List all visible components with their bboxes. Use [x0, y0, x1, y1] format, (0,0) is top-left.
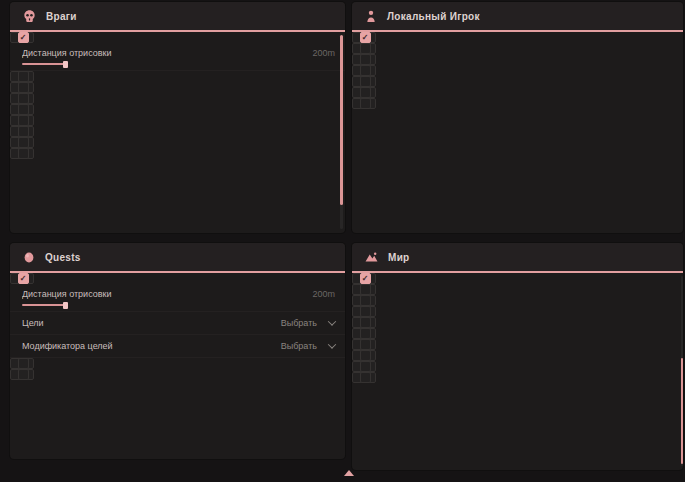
setting-row: Показывать маркер попадания [352, 54, 376, 65]
setting-label: Дистанция отрисовки [22, 289, 112, 299]
setting-row: Показать зоны снайперов [352, 361, 376, 372]
setting-row: Смена атмосферы солнца [352, 295, 376, 306]
panel-title: Враги [46, 11, 77, 22]
panel-title: Локальный Игрок [387, 11, 480, 22]
panel-header[interactable]: Quests [10, 243, 345, 273]
setting-label: Дистанция отрисовки [22, 48, 112, 58]
scrollbar[interactable] [340, 35, 343, 229]
checkbox[interactable] [18, 148, 29, 159]
setting-row: Изменение воздуха [352, 306, 376, 317]
checkbox[interactable] [360, 361, 371, 372]
panel-quests: Quests Включить✓Дистанция отрисовки200mЦ… [10, 243, 345, 459]
checkbox[interactable] [360, 76, 371, 87]
mountain-icon [364, 250, 379, 264]
checkbox[interactable] [18, 369, 29, 380]
checkbox[interactable]: ✓ [360, 32, 371, 43]
setting-row: Включить✓ [352, 32, 376, 43]
setting-row: Показывать прицел [352, 87, 376, 98]
checkbox[interactable] [18, 358, 29, 369]
checkbox[interactable] [18, 71, 29, 82]
setting-row: Линия обзора [10, 137, 34, 148]
quest-icon [22, 250, 36, 265]
setting-row: Модификатора целейВыбрать [10, 335, 345, 358]
setting-label: Модификатора целей [22, 341, 113, 351]
setting-value: 200m [312, 289, 335, 299]
setting-row: Показывать информацию об оружии [352, 76, 376, 87]
setting-row: Полоска здоровья [10, 104, 34, 115]
scrollbar-thumb[interactable] [340, 35, 343, 205]
setting-row: Звук попадания [352, 98, 376, 109]
panel-title: Мир [388, 252, 410, 263]
checkbox[interactable]: ✓ [360, 273, 371, 284]
checkbox[interactable] [360, 350, 371, 361]
setting-row: Источник света [352, 284, 376, 295]
setting-row: Показывать следы пуль [10, 148, 34, 159]
checkbox[interactable] [360, 339, 371, 350]
dropdown-value: Выбрать [281, 341, 317, 351]
setting-row: Чамс [352, 43, 376, 54]
setting-row: Скелет [10, 126, 34, 137]
mod-menu-overlay: Враги Включить✓Дистанция отрисовки200mСт… [0, 0, 685, 482]
slider-thumb[interactable] [63, 61, 68, 68]
setting-row: Показать точки выхода [352, 372, 376, 383]
checkbox[interactable]: ✓ [18, 273, 29, 284]
scrollbar-thumb[interactable] [681, 358, 683, 464]
checkbox[interactable] [360, 284, 371, 295]
scroll-indicator-triangle[interactable] [344, 470, 354, 476]
setting-row: ЦелиВыбрать [10, 312, 345, 335]
setting-row: Показывать предметы заданий [10, 369, 34, 380]
setting-row: Дистанция отрисовки200m [10, 43, 345, 71]
checkbox[interactable] [360, 87, 371, 98]
panel-enemies: Враги Включить✓Дистанция отрисовки200mСт… [10, 2, 345, 233]
slider-fill [22, 304, 64, 306]
checkbox[interactable] [360, 43, 371, 54]
setting-row: Контроллер погоды [352, 317, 376, 328]
checkbox[interactable]: ✓ [18, 32, 29, 43]
dropdown-value: Выбрать [281, 318, 317, 328]
panel-header[interactable]: Враги [10, 2, 345, 32]
chevron-down-icon [328, 340, 336, 348]
checkbox[interactable] [18, 82, 29, 93]
checkbox[interactable] [18, 126, 29, 137]
draw-distance-slider[interactable] [22, 301, 142, 310]
checkbox[interactable] [18, 115, 29, 126]
checkbox[interactable] [360, 295, 371, 306]
checkbox[interactable] [360, 54, 371, 65]
setting-row: Показывать выходы [352, 328, 376, 339]
select-dropdown[interactable]: Выбрать [281, 341, 335, 351]
checkbox[interactable] [18, 104, 29, 115]
select-dropdown[interactable]: Выбрать [281, 318, 335, 328]
panel-header[interactable]: Мир [352, 243, 683, 273]
setting-label: Цели [22, 318, 44, 328]
draw-distance-slider[interactable] [22, 60, 142, 69]
panel-local-player: Локальный Игрок Включить✓ЧамсПоказывать … [352, 2, 683, 233]
panel-title: Quests [45, 252, 81, 263]
checkbox[interactable] [18, 137, 29, 148]
skull-icon [22, 9, 37, 24]
setting-row: Проверка видимости [10, 82, 34, 93]
checkbox[interactable] [360, 317, 371, 328]
slider-fill [22, 63, 64, 65]
setting-row: Показывать стационарное оружие [352, 339, 376, 350]
setting-row: Показать зоны заданий [10, 358, 34, 369]
checkbox[interactable] [360, 65, 371, 76]
chevron-down-icon [328, 317, 336, 325]
setting-row: Чамс [10, 93, 34, 104]
setting-row: Включить✓ [10, 32, 34, 43]
setting-value: 200m [312, 48, 335, 58]
checkbox[interactable] [360, 306, 371, 317]
setting-row: Полоска боезапаса [10, 115, 34, 126]
scrollbar[interactable] [681, 276, 683, 466]
checkbox[interactable] [360, 328, 371, 339]
panel-header[interactable]: Локальный Игрок [352, 2, 683, 32]
panel-world: Мир Включить✓Источник светаСмена атмосфе… [352, 243, 683, 470]
setting-row: Показывать мины [352, 350, 376, 361]
checkbox[interactable] [360, 98, 371, 109]
slider-thumb[interactable] [63, 302, 68, 309]
setting-row: Дистанция отрисовки200m [10, 284, 345, 312]
checkbox[interactable] [18, 93, 29, 104]
setting-row: Показывать следы пуль [352, 65, 376, 76]
setting-row: Включить✓ [10, 273, 34, 284]
checkbox[interactable] [360, 372, 371, 383]
setting-row: Включить✓ [352, 273, 376, 284]
